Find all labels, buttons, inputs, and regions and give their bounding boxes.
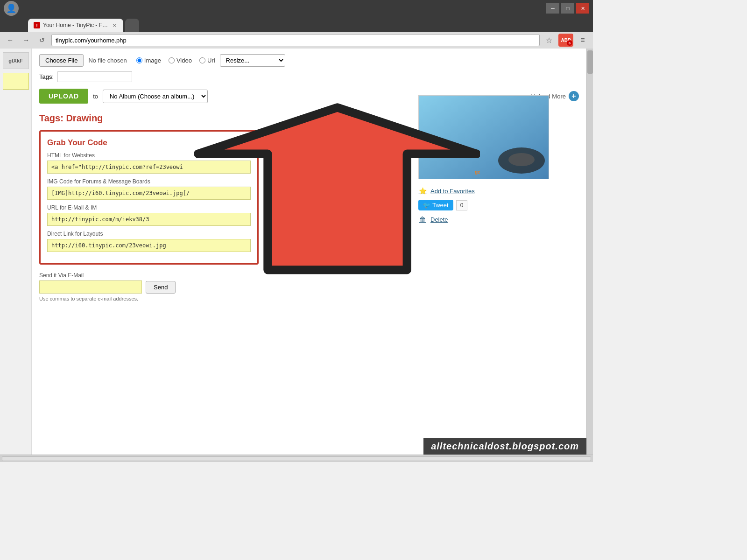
- url-radio[interactable]: [199, 57, 205, 63]
- sidebar-yellow-item: [3, 73, 29, 90]
- url-code-input[interactable]: [47, 213, 251, 226]
- html-code-label: HTML for Websites: [47, 152, 251, 159]
- address-bar[interactable]: [51, 34, 540, 46]
- vertical-scrollbar[interactable]: [586, 49, 593, 455]
- add-favorites-link[interactable]: ⭐ Add to Favorites: [418, 187, 577, 195]
- avatar: 👤: [4, 1, 19, 16]
- main-content: Choose File No file chosen Image Video U…: [32, 49, 586, 455]
- media-type-radio-group: Image Video Url: [136, 57, 215, 64]
- choose-file-button[interactable]: Choose File: [39, 54, 84, 67]
- preview-image: ge: [418, 95, 549, 179]
- twitter-icon: 🐦: [423, 202, 430, 209]
- send-hint: Use commas to separate e-mail addresses.: [39, 296, 579, 301]
- right-panel: ge ⭐ Add to Favorites 🐦 Tweet 0 🗑: [418, 95, 577, 224]
- delete-link[interactable]: 🗑 Delete: [418, 215, 577, 224]
- minimize-button[interactable]: ─: [546, 3, 559, 14]
- title-bar: 👤 ─ □ ✕: [0, 0, 593, 17]
- refresh-button[interactable]: ↺: [35, 34, 49, 47]
- horizontal-scroll-track: [2, 456, 591, 461]
- img-code-input[interactable]: [47, 187, 251, 200]
- new-tab-area: [125, 19, 139, 32]
- upload-section: Choose File No file chosen Image Video U…: [39, 54, 579, 67]
- image-radio[interactable]: [136, 57, 142, 63]
- tweet-row: 🐦 Tweet 0: [418, 200, 577, 210]
- image-radio-label[interactable]: Image: [136, 57, 161, 64]
- forward-button[interactable]: →: [20, 34, 33, 47]
- active-tab[interactable]: T Your Home - TinyPic - Fre... ✕: [28, 19, 123, 32]
- send-email-section: Send it Via E-Mail Send Use commas to se…: [39, 272, 579, 301]
- no-file-text: No file chosen: [88, 57, 127, 64]
- tab-close-icon[interactable]: ✕: [111, 22, 118, 28]
- html-code-input[interactable]: [47, 161, 251, 174]
- scroll-thumb[interactable]: [587, 50, 593, 74]
- to-text: to: [93, 93, 98, 100]
- sidebar-captcha-item: gtXkF: [3, 52, 29, 69]
- sidebar-panel: gtXkF: [0, 49, 32, 455]
- tags-label: Tags:: [39, 73, 54, 80]
- action-links: ⭐ Add to Favorites 🐦 Tweet 0 🗑 Delete: [418, 187, 577, 224]
- horizontal-scrollbar[interactable]: [0, 455, 593, 462]
- tab-title: Your Home - TinyPic - Fre...: [43, 22, 108, 28]
- img-code-label: IMG Code for Forums & Message Boards: [47, 178, 251, 185]
- bookmark-button[interactable]: ☆: [543, 34, 556, 47]
- preview-svg: ge: [419, 95, 549, 179]
- tweet-button[interactable]: 🐦 Tweet: [418, 200, 453, 210]
- video-radio-label[interactable]: Video: [169, 57, 192, 64]
- tags-row: Tags:: [39, 71, 579, 82]
- back-button[interactable]: ←: [4, 34, 17, 47]
- star-favorites-icon: ⭐: [418, 187, 427, 195]
- direct-link-label: Direct Link for Layouts: [47, 231, 251, 237]
- url-radio-label[interactable]: Url: [199, 57, 215, 64]
- svg-point-2: [508, 153, 535, 166]
- tags-input[interactable]: [57, 71, 132, 82]
- tab-bar: T Your Home - TinyPic - Fre... ✕: [0, 17, 593, 32]
- close-button[interactable]: ✕: [576, 3, 589, 14]
- grab-code-title: Grab Your Code: [47, 138, 251, 147]
- abp-badge: 6: [567, 40, 572, 46]
- url-code-label: URL for E-Mail & IM: [47, 204, 251, 211]
- send-email-input[interactable]: [39, 280, 142, 294]
- direct-link-input[interactable]: [47, 239, 251, 252]
- video-radio[interactable]: [169, 57, 175, 63]
- nav-bar: ← → ↺ ☆ ABP 6 ≡: [0, 32, 593, 49]
- send-email-row: Send: [39, 280, 579, 294]
- svg-text:ge: ge: [475, 169, 480, 175]
- resize-select[interactable]: Resize...: [220, 54, 285, 67]
- album-select[interactable]: No Album (Choose an album...): [103, 90, 208, 103]
- grab-code-box: Grab Your Code HTML for Websites IMG Cod…: [39, 130, 259, 265]
- maximize-button[interactable]: □: [561, 3, 574, 14]
- tweet-count: 0: [456, 200, 468, 210]
- upload-button[interactable]: UPLOAD: [39, 89, 88, 104]
- trash-icon: 🗑: [418, 215, 427, 224]
- send-button[interactable]: Send: [146, 281, 176, 294]
- adblock-button[interactable]: ABP 6: [558, 34, 573, 47]
- browser-menu-button[interactable]: ≡: [576, 34, 589, 47]
- tab-favicon: T: [34, 22, 40, 28]
- window-controls: ─ □ ✕: [546, 3, 589, 14]
- send-email-label: Send it Via E-Mail: [39, 272, 579, 279]
- watermark: alltechnicaldost.blogspot.com: [423, 438, 586, 455]
